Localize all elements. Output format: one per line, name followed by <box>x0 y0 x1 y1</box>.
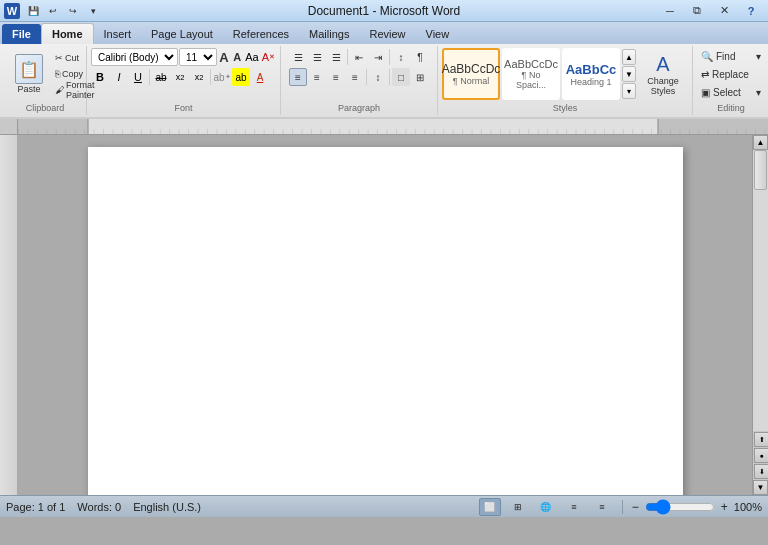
para-sep4 <box>389 69 390 85</box>
style-no-spacing[interactable]: AaBbCcDc ¶ No Spaci... <box>502 48 560 100</box>
tab-references[interactable]: References <box>223 24 299 44</box>
multilevel-list-button[interactable]: ☰ <box>327 48 345 66</box>
find-dropdown[interactable]: ▾ <box>756 51 761 62</box>
justify-button[interactable]: ≡ <box>346 68 364 86</box>
scroll-track[interactable] <box>753 150 768 431</box>
styles-scroll-up[interactable]: ▲ <box>622 49 636 65</box>
font-content: Calibri (Body) 11 A A Aa A✕ B I U ab x2 … <box>91 48 276 100</box>
text-effect-button[interactable]: ab✦ <box>213 68 231 86</box>
shading-button[interactable]: □ <box>392 68 410 86</box>
statusbar: Page: 1 of 1 Words: 0 English (U.S.) ⬜ ⊞… <box>0 495 768 517</box>
tab-review[interactable]: Review <box>359 24 415 44</box>
clipboard-content: 📋 Paste ✂ Cut ⎘ Copy 🖌 Format Painter <box>8 48 82 100</box>
tab-mailings[interactable]: Mailings <box>299 24 359 44</box>
bullets-button[interactable]: ☰ <box>289 48 307 66</box>
minimize-button[interactable]: ─ <box>657 1 683 21</box>
sort-button[interactable]: ↕ <box>392 48 410 66</box>
styles-more-button[interactable]: ▾ <box>622 83 636 99</box>
zoom-minus-button[interactable]: − <box>632 500 639 514</box>
change-case-button[interactable]: Aa <box>244 48 259 66</box>
page-info: Page: 1 of 1 <box>6 501 65 513</box>
print-layout-view-button[interactable]: ⬜ <box>479 498 501 516</box>
select-button[interactable]: ▣ Select ▾ <box>697 84 765 100</box>
clipboard-group-label: Clipboard <box>8 102 82 113</box>
tab-insert[interactable]: Insert <box>94 24 142 44</box>
normal-label: ¶ Normal <box>453 76 489 86</box>
tab-file[interactable]: File <box>2 24 41 44</box>
scroll-up-button[interactable]: ▲ <box>753 135 768 150</box>
numbering-button[interactable]: ☰ <box>308 48 326 66</box>
change-styles-button[interactable]: A Change Styles <box>638 48 688 100</box>
select-browse-button[interactable]: ● <box>754 448 768 463</box>
zoom-slider[interactable] <box>645 501 715 513</box>
page-area[interactable] <box>18 135 752 495</box>
outline-view-button[interactable]: ≡ <box>563 498 585 516</box>
full-screen-view-button[interactable]: ⊞ <box>507 498 529 516</box>
borders-button[interactable]: ⊞ <box>411 68 429 86</box>
close-button[interactable]: ✕ <box>711 1 737 21</box>
language-status: English (U.S.) <box>133 501 201 513</box>
prev-page-button[interactable]: ⬆ <box>754 432 768 447</box>
undo-quick-button[interactable]: ↩ <box>44 3 62 19</box>
shrink-font-button[interactable]: A <box>231 48 243 66</box>
font-size-select[interactable]: 11 <box>179 48 217 66</box>
font-name-select[interactable]: Calibri (Body) <box>91 48 178 66</box>
zoom-plus-button[interactable]: + <box>721 500 728 514</box>
help-button[interactable]: ? <box>738 1 764 21</box>
redo-quick-button[interactable]: ↪ <box>64 3 82 19</box>
next-page-button[interactable]: ⬇ <box>754 464 768 479</box>
font-group: Calibri (Body) 11 A A Aa A✕ B I U ab x2 … <box>87 46 281 115</box>
align-center-button[interactable]: ≡ <box>308 68 326 86</box>
paragraph-group: ☰ ☰ ☰ ⇤ ⇥ ↕ ¶ ≡ ≡ ≡ ≡ ↕ □ ⊞ Pa <box>281 46 438 115</box>
scroll-down-button[interactable]: ▼ <box>753 480 768 495</box>
subscript-button[interactable]: x2 <box>171 68 189 86</box>
titlebar: W 💾 ↩ ↪ ▾ Document1 - Microsoft Word ─ ⧉… <box>0 0 768 22</box>
align-right-button[interactable]: ≡ <box>327 68 345 86</box>
font-color-button[interactable]: A <box>251 68 269 86</box>
quick-access-dropdown[interactable]: ▾ <box>84 3 102 19</box>
bold-button[interactable]: B <box>91 68 109 86</box>
editing-content: 🔍 Find ▾ ⇄ Replace ▣ Select ▾ <box>697 48 765 100</box>
statusbar-right: ⬜ ⊞ 🌐 ≡ ≡ − + 100% <box>479 498 762 516</box>
paragraph-group-label: Paragraph <box>285 102 433 113</box>
clipboard-group: 📋 Paste ✂ Cut ⎘ Copy 🖌 Format Painter Cl… <box>4 46 87 115</box>
styles-scroll-down[interactable]: ▼ <box>622 66 636 82</box>
style-heading1[interactable]: AaBbCc Heading 1 <box>562 48 620 100</box>
titlebar-left: W 💾 ↩ ↪ ▾ <box>4 3 102 19</box>
normal-preview: AaBbCcDc <box>442 62 501 76</box>
paste-button[interactable]: 📋 Paste <box>8 51 50 97</box>
tab-view[interactable]: View <box>416 24 460 44</box>
line-spacing-button[interactable]: ↕ <box>369 68 387 86</box>
increase-indent-button[interactable]: ⇥ <box>369 48 387 66</box>
cut-button[interactable]: ✂ Cut <box>52 51 82 66</box>
superscript-button[interactable]: x2 <box>190 68 208 86</box>
align-left-button[interactable]: ≡ <box>289 68 307 86</box>
main-area: ▲ ⬆ ● ⬇ ▼ <box>0 135 768 495</box>
clear-format-button[interactable]: A✕ <box>261 48 276 66</box>
show-marks-button[interactable]: ¶ <box>411 48 429 66</box>
find-button[interactable]: 🔍 Find ▾ <box>697 48 765 64</box>
style-normal[interactable]: AaBbCcDc ¶ Normal <box>442 48 500 100</box>
grow-font-button[interactable]: A <box>218 48 230 66</box>
restore-button[interactable]: ⧉ <box>684 1 710 21</box>
select-icon: ▣ <box>701 87 710 98</box>
tab-home[interactable]: Home <box>41 23 94 44</box>
italic-button[interactable]: I <box>110 68 128 86</box>
decrease-indent-button[interactable]: ⇤ <box>350 48 368 66</box>
para-sep2 <box>389 49 390 65</box>
editing-group-label: Editing <box>697 102 765 113</box>
para-row2: ≡ ≡ ≡ ≡ ↕ □ ⊞ <box>289 68 429 86</box>
save-quick-button[interactable]: 💾 <box>24 3 42 19</box>
paragraph-content: ☰ ☰ ☰ ⇤ ⇥ ↕ ¶ ≡ ≡ ≡ ≡ ↕ □ ⊞ <box>285 48 433 100</box>
tab-page-layout[interactable]: Page Layout <box>141 24 223 44</box>
underline-button[interactable]: U <box>129 68 147 86</box>
select-dropdown[interactable]: ▾ <box>756 87 761 98</box>
strikethrough-button[interactable]: ab <box>152 68 170 86</box>
replace-button[interactable]: ⇄ Replace <box>697 66 765 82</box>
text-highlight-button[interactable]: ab <box>232 68 250 86</box>
web-layout-view-button[interactable]: 🌐 <box>535 498 557 516</box>
format-painter-button[interactable]: 🖌 Format Painter <box>52 83 82 98</box>
document-page[interactable] <box>88 147 683 495</box>
scroll-thumb[interactable] <box>754 150 767 190</box>
draft-view-button[interactable]: ≡ <box>591 498 613 516</box>
